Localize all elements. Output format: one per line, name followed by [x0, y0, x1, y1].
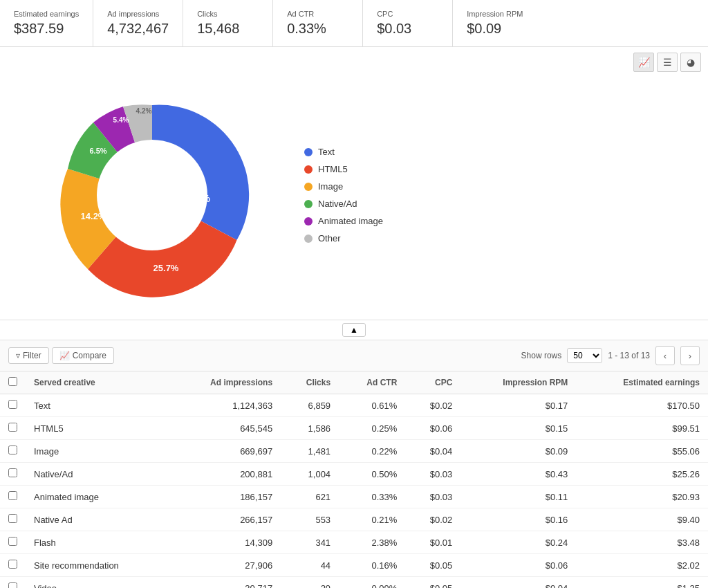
- row-earnings-4: $20.93: [576, 486, 708, 508]
- row-checkbox-col-4: [0, 486, 26, 508]
- row-name-7[interactable]: Site recommendation: [26, 554, 169, 577]
- row-checkbox-7[interactable]: [8, 560, 17, 569]
- row-name-1[interactable]: HTML5: [26, 417, 169, 440]
- row-cpc-3: $0.03: [405, 463, 460, 486]
- row-checkbox-5[interactable]: [8, 514, 17, 523]
- collapse-row[interactable]: ▲: [0, 320, 708, 340]
- row-cpc-0: $0.02: [405, 394, 460, 417]
- compare-label: Compare: [73, 351, 106, 360]
- data-table: Served creative Ad impressions Clicks Ad…: [0, 371, 708, 588]
- row-checkbox-4[interactable]: [8, 491, 17, 500]
- row-checkbox-0[interactable]: [8, 400, 17, 409]
- row-checkbox-col-8: [0, 577, 26, 589]
- row-checkbox-col-3: [0, 463, 26, 486]
- table-view-btn[interactable]: ☰: [657, 53, 678, 72]
- stats-bar: Estimated earnings$387.59Ad impressions4…: [0, 0, 708, 47]
- row-impressions-8: 30,717: [169, 577, 281, 589]
- legend-label-0: Text: [318, 147, 335, 157]
- row-ctr-7: 0.16%: [339, 554, 405, 577]
- row-name-8[interactable]: Video: [26, 577, 169, 589]
- legend-item-4: Animated image: [304, 216, 383, 226]
- row-earnings-5: $9.40: [576, 508, 708, 531]
- stat-item-4: CPC$0.03: [363, 0, 453, 46]
- row-rpm-2: $0.09: [460, 440, 576, 463]
- filter-label: Filter: [23, 351, 41, 360]
- pagination-text: 1 - 13 of 13: [608, 351, 650, 360]
- select-all-checkbox[interactable]: [8, 377, 17, 386]
- donut-chart: 44% 25.7% 14.2% 6.5% 5.4% 4.2%: [41, 84, 263, 306]
- chart-toolbar: 📈 ☰ ◕: [0, 47, 708, 77]
- row-checkbox-3[interactable]: [8, 468, 17, 477]
- row-rpm-0: $0.17: [460, 394, 576, 417]
- row-clicks-2: 1,481: [281, 440, 339, 463]
- stat-value-0: $387.59: [14, 21, 79, 37]
- compare-icon: 📈: [59, 351, 70, 360]
- stat-item-2: Clicks15,468: [183, 0, 273, 46]
- prev-page-button[interactable]: ‹: [655, 346, 675, 365]
- table-row: Animated image 186,157 621 0.33% $0.03 $…: [0, 486, 708, 508]
- row-checkbox-col-1: [0, 417, 26, 440]
- row-checkbox-col-7: [0, 554, 26, 577]
- chart-content: 44% 25.7% 14.2% 6.5% 5.4% 4.2% TextHTML5…: [0, 77, 708, 320]
- row-checkbox-2[interactable]: [8, 445, 17, 454]
- table-row: Native Ad 266,157 553 0.21% $0.02 $0.16 …: [0, 508, 708, 531]
- legend-item-1: HTML5: [304, 164, 383, 174]
- row-ctr-4: 0.33%: [339, 486, 405, 508]
- legend-item-3: Native/Ad: [304, 199, 383, 209]
- legend-item-2: Image: [304, 181, 383, 192]
- row-name-6[interactable]: Flash: [26, 531, 169, 554]
- rows-per-page-select[interactable]: 50 25 100: [567, 348, 602, 363]
- row-name-3[interactable]: Native/Ad: [26, 463, 169, 486]
- pie-chart-btn[interactable]: ◕: [680, 53, 701, 72]
- stat-value-1: 4,732,467: [107, 21, 169, 37]
- line-chart-btn[interactable]: 📈: [633, 53, 654, 72]
- donut-svg: 44% 25.7% 14.2% 6.5% 5.4% 4.2%: [41, 84, 263, 306]
- row-checkbox-1[interactable]: [8, 423, 17, 432]
- row-rpm-4: $0.11: [460, 486, 576, 508]
- collapse-button[interactable]: ▲: [342, 323, 366, 337]
- row-ctr-3: 0.50%: [339, 463, 405, 486]
- row-earnings-0: $170.50: [576, 394, 708, 417]
- pagination-info: Show rows 50 25 100 1 - 13 of 13 ‹ ›: [521, 346, 700, 365]
- stat-value-2: 15,468: [197, 21, 259, 37]
- stat-label-4: CPC: [377, 10, 438, 18]
- header-clicks: Clicks: [281, 371, 339, 394]
- row-earnings-6: $3.48: [576, 531, 708, 554]
- stat-label-1: Ad impressions: [107, 10, 169, 18]
- label-other: 4.2%: [136, 107, 152, 115]
- row-name-5[interactable]: Native Ad: [26, 508, 169, 531]
- table-row: Flash 14,309 341 2.38% $0.01 $0.24 $3.48: [0, 531, 708, 554]
- legend-item-0: Text: [304, 147, 383, 157]
- row-clicks-5: 553: [281, 508, 339, 531]
- row-ctr-5: 0.21%: [339, 508, 405, 531]
- legend-item-5: Other: [304, 233, 383, 244]
- row-checkbox-col-0: [0, 394, 26, 417]
- compare-button[interactable]: 📈 Compare: [52, 347, 114, 364]
- row-clicks-6: 341: [281, 531, 339, 554]
- header-impression-rpm: Impression RPM: [460, 371, 576, 394]
- row-name-4[interactable]: Animated image: [26, 486, 169, 508]
- stat-label-0: Estimated earnings: [14, 10, 79, 18]
- next-page-button[interactable]: ›: [680, 346, 700, 365]
- row-rpm-7: $0.06: [460, 554, 576, 577]
- stat-label-2: Clicks: [197, 10, 259, 18]
- row-impressions-4: 186,157: [169, 486, 281, 508]
- row-impressions-0: 1,124,363: [169, 394, 281, 417]
- row-rpm-3: $0.43: [460, 463, 576, 486]
- label-text: 44%: [191, 193, 211, 204]
- row-cpc-7: $0.05: [405, 554, 460, 577]
- stat-item-5: Impression RPM$0.09: [453, 0, 708, 46]
- row-name-0[interactable]: Text: [26, 394, 169, 417]
- row-checkbox-6[interactable]: [8, 537, 17, 546]
- filter-button[interactable]: ▿ Filter: [8, 347, 49, 364]
- stat-label-3: Ad CTR: [287, 10, 348, 18]
- row-name-2[interactable]: Image: [26, 440, 169, 463]
- row-checkbox-8[interactable]: [8, 582, 17, 588]
- row-clicks-0: 6,859: [281, 394, 339, 417]
- row-checkbox-col-5: [0, 508, 26, 531]
- legend-dot-4: [304, 217, 313, 226]
- stat-label-5: Impression RPM: [467, 10, 694, 18]
- row-cpc-5: $0.02: [405, 508, 460, 531]
- row-cpc-1: $0.06: [405, 417, 460, 440]
- row-earnings-1: $99.51: [576, 417, 708, 440]
